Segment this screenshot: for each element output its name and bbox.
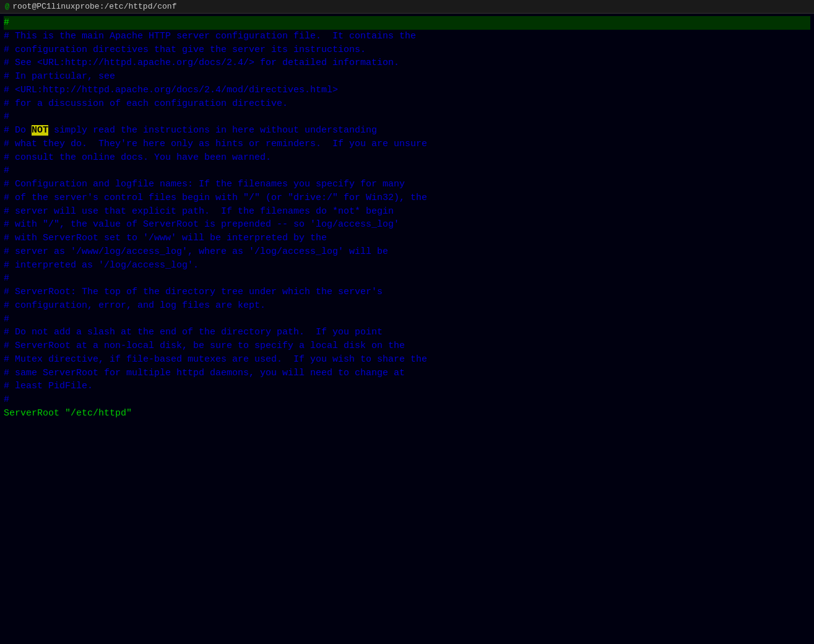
- line-7: #: [4, 110, 810, 124]
- line-10: # consult the online docs. You have been…: [4, 151, 810, 165]
- line-15: # with "/", the value of ServerRoot is p…: [4, 218, 810, 232]
- title-bar: @ root@PC1linuxprobe:/etc/httpd/conf: [0, 0, 814, 14]
- line-21: # ServerRoot: The top of the directory t…: [4, 285, 810, 299]
- line-17: # server as '/www/log/access_log', where…: [4, 245, 810, 259]
- line-2: # configuration directives that give the…: [4, 43, 810, 57]
- line-23: #: [4, 313, 810, 326]
- line-26: # Mutex directive, if file-based mutexes…: [4, 353, 810, 367]
- highlight-not: NOT: [32, 125, 48, 136]
- line-24: # Do not add a slash at the end of the d…: [4, 326, 810, 339]
- terminal-icon: @: [5, 2, 9, 11]
- line-8: # Do NOT simply read the instructions in…: [4, 124, 810, 137]
- line-22: # configuration, error, and log files ar…: [4, 299, 810, 313]
- line-18: # interpreted as '/log/access_log'.: [4, 259, 810, 272]
- line-5: # <URL:http://httpd.apache.org/docs/2.4/…: [4, 84, 810, 97]
- line-0: #: [4, 16, 810, 30]
- line-6: # for a discussion of each configuration…: [4, 97, 810, 111]
- line-30: ServerRoot "/etc/httpd": [4, 407, 810, 420]
- line-1: # This is the main Apache HTTP server co…: [4, 30, 810, 43]
- line-28: # least PidFile.: [4, 380, 810, 393]
- line-11: #: [4, 164, 810, 178]
- line-9: # what they do. They're here only as hin…: [4, 137, 810, 151]
- file-content: # # This is the main Apache HTTP server …: [0, 14, 814, 423]
- line-25: # ServerRoot at a non-local disk, be sur…: [4, 339, 810, 353]
- line-27: # same ServerRoot for multiple httpd dae…: [4, 367, 810, 380]
- line-29: #: [4, 393, 810, 407]
- line-20: #: [4, 272, 810, 285]
- line-13: # of the server's control files begin wi…: [4, 191, 810, 205]
- line-16: # with ServerRoot set to '/www' will be …: [4, 232, 810, 245]
- line-4: # In particular, see: [4, 70, 810, 84]
- line-12: # Configuration and logfile names: If th…: [4, 178, 810, 191]
- window-title: root@PC1linuxprobe:/etc/httpd/conf: [12, 2, 176, 11]
- line-14: # server will use that explicit path. If…: [4, 205, 810, 219]
- line-3: # See <URL:http://httpd.apache.org/docs/…: [4, 56, 810, 70]
